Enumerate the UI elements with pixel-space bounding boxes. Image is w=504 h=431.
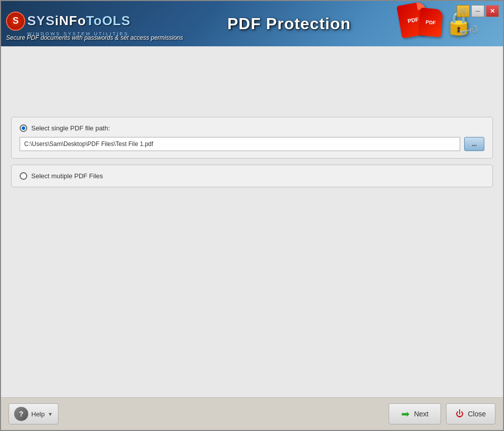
window-close-button[interactable]: ✕ <box>486 5 499 17</box>
single-pdf-radio[interactable] <box>20 124 27 132</box>
multiple-pdf-option-header: Select mutiple PDF Files <box>20 172 484 180</box>
help-label: Help <box>31 410 45 418</box>
header-subtitle: Secure PDF documents with passwords & se… <box>6 34 183 41</box>
help-button[interactable]: ? Help ▼ <box>9 403 58 424</box>
single-pdf-option-header: Select single PDF file path: <box>20 124 484 132</box>
browse-button[interactable]: ... <box>464 137 484 151</box>
next-button[interactable]: ➡ Next <box>389 403 441 424</box>
options-area: Select single PDF file path: ... Select … <box>11 117 493 187</box>
footer: ? Help ▼ ➡ Next ⏻ Close <box>1 397 503 430</box>
spacer <box>11 195 493 387</box>
logo: S SYSiNFoToOLS WINDOWS SYSTEM UTILITIES <box>6 12 131 36</box>
file-input-row: ... <box>20 137 484 151</box>
minimize-button[interactable]: ─ <box>471 5 484 17</box>
close-button[interactable]: ⏻ Close <box>446 403 495 424</box>
single-pdf-option-box: Select single PDF file path: ... <box>11 117 493 159</box>
header: S SYSiNFoToOLS WINDOWS SYSTEM UTILITIES … <box>1 1 503 46</box>
next-label: Next <box>414 410 428 418</box>
next-arrow-icon: ➡ <box>401 408 410 420</box>
single-pdf-label: Select single PDF file path: <box>31 124 110 132</box>
cart-button[interactable]: 🛒 <box>457 5 470 17</box>
main-window: S SYSiNFoToOLS WINDOWS SYSTEM UTILITIES … <box>0 0 504 431</box>
close-label: Close <box>468 410 486 418</box>
multiple-pdf-radio[interactable] <box>20 172 27 180</box>
pdf-icon-small: PDF <box>418 8 444 37</box>
app-title: PDF Protection <box>227 15 351 33</box>
logo-icon: S <box>6 12 25 31</box>
window-controls: 🛒 ─ ✕ <box>457 5 499 17</box>
power-icon: ⏻ <box>456 409 464 418</box>
footer-right-buttons: ➡ Next ⏻ Close <box>389 403 495 424</box>
file-path-input[interactable] <box>20 137 460 151</box>
logo-text: SYSiNFoToOLS <box>27 13 131 29</box>
main-content: Select single PDF file path: ... Select … <box>1 46 503 397</box>
multiple-pdf-label: Select mutiple PDF Files <box>31 172 103 180</box>
help-icon: ? <box>14 407 28 421</box>
logo-top: S SYSiNFoToOLS <box>6 12 131 31</box>
help-dropdown-arrow: ▼ <box>48 411 53 417</box>
multiple-pdf-option-box: Select mutiple PDF Files <box>11 165 493 187</box>
